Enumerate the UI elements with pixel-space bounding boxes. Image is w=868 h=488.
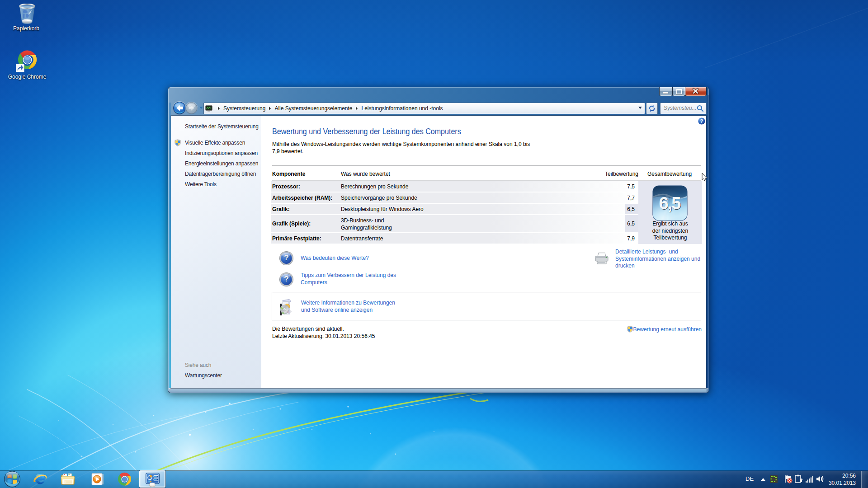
svg-text:?: ?	[700, 118, 703, 124]
svg-text:6,5: 6,5	[659, 194, 681, 213]
